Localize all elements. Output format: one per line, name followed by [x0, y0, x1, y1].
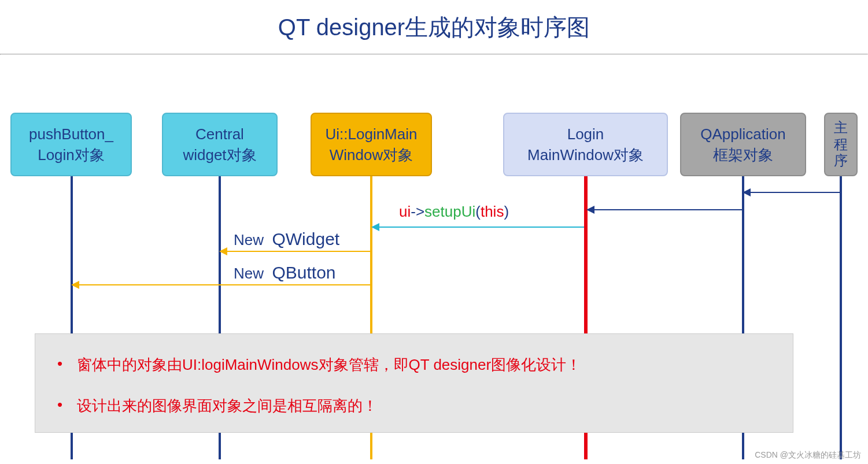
- label-setupui: ui->setupUi(this): [399, 203, 509, 221]
- box-main-program: 主 程 序: [824, 113, 858, 176]
- txt-ui: ui: [399, 203, 411, 220]
- txt-new2: New: [234, 265, 264, 282]
- txt-pclose: ): [504, 203, 509, 220]
- box-login-mainwindow: Login MainWindow对象: [503, 113, 668, 176]
- label-new-qwidget: New QWidget: [234, 229, 339, 249]
- txt-this: this: [481, 203, 504, 220]
- lifeline-main: [840, 176, 842, 459]
- box-pushbutton: pushButton_ Login对象: [10, 113, 132, 176]
- watermark: CSDN @文火冰糖的硅基工坊: [755, 450, 861, 461]
- box-qapplication: QApplication 框架对象: [680, 113, 806, 176]
- notes-box: 窗体中的对象由UI:logiMainWindows对象管辖，即QT design…: [35, 333, 793, 433]
- txt-setup: setupUi: [424, 203, 475, 220]
- page-title: QT designer生成的对象时序图: [0, 0, 868, 54]
- box-ui-loginmainwindow: Ui::LoginMain Window对象: [311, 113, 432, 176]
- sequence-diagram: pushButton_ Login对象 Central widget对象 Ui:…: [0, 55, 868, 459]
- note-item: 设计出来的图像界面对象之间是相互隔离的！: [57, 396, 771, 416]
- txt-new1: New: [234, 231, 264, 248]
- note-item: 窗体中的对象由UI:logiMainWindows对象管辖，即QT design…: [57, 355, 771, 375]
- txt-qbutton: QButton: [272, 263, 335, 282]
- txt-arrow: ->: [411, 203, 424, 220]
- label-new-qbutton: New QButton: [234, 263, 336, 283]
- txt-qwidget: QWidget: [272, 229, 339, 248]
- txt-popen: (: [475, 203, 481, 220]
- box-central-widget: Central widget对象: [162, 113, 278, 176]
